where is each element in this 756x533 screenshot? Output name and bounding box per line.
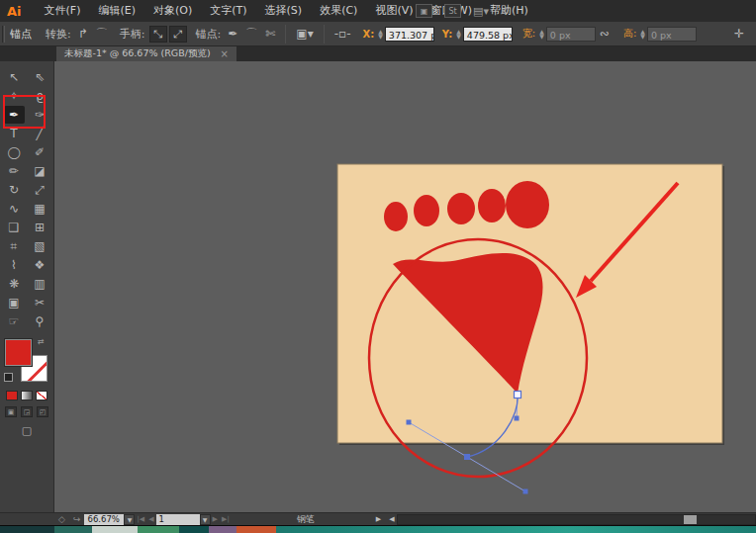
- pencil-tool[interactable]: ✏: [4, 162, 25, 180]
- gradient-mode-button[interactable]: [21, 391, 33, 400]
- horizontal-scrollbar-thumb[interactable]: [684, 515, 697, 524]
- menu-object[interactable]: 对象(O): [144, 0, 201, 22]
- menu-file[interactable]: 文件(F): [36, 0, 90, 22]
- symbol-sprayer-tool[interactable]: ❋: [4, 275, 25, 293]
- type-tool[interactable]: T: [4, 125, 25, 142]
- fill-swatch[interactable]: [5, 339, 32, 366]
- lasso-tool[interactable]: ϱ: [30, 87, 50, 105]
- paintbrush-tool[interactable]: ✐: [30, 143, 50, 161]
- transform-icon[interactable]: ✛: [730, 26, 748, 42]
- align-connector-icon[interactable]: -▫-: [331, 26, 355, 42]
- status-left-icon-1[interactable]: ◇: [58, 514, 65, 524]
- toe-shape-1[interactable]: [384, 202, 408, 231]
- pen-tool[interactable]: ✒: [4, 106, 25, 124]
- y-input[interactable]: 479.58 px: [463, 27, 513, 42]
- artboard-dropdown-icon[interactable]: ▼: [200, 514, 211, 525]
- status-left-icon-2[interactable]: ↪: [73, 514, 81, 524]
- panel-grip[interactable]: [2, 26, 5, 43]
- menu-view[interactable]: 视图(V): [366, 0, 422, 22]
- scale-tool[interactable]: ⤢: [30, 181, 50, 199]
- x-input[interactable]: 371.307 p: [385, 27, 434, 42]
- close-tab-icon[interactable]: ×: [221, 48, 229, 59]
- bezier-anchor-point[interactable]: [464, 454, 470, 460]
- cut-path-icon[interactable]: ✄: [261, 26, 279, 42]
- shape-builder-tool[interactable]: ❑: [4, 219, 25, 236]
- bezier-handle-point[interactable]: [523, 489, 528, 494]
- width-input[interactable]: 0 px: [546, 27, 596, 42]
- taskbar-app-fragment[interactable]: [0, 526, 54, 533]
- color-mode-button[interactable]: [6, 391, 18, 400]
- ellipse-tool[interactable]: ◯: [4, 143, 25, 161]
- horizontal-scrollbar[interactable]: [397, 514, 756, 525]
- width-stepper[interactable]: ▲▼: [539, 29, 544, 39]
- first-artboard-icon[interactable]: |◀: [137, 515, 144, 523]
- link-dimensions-icon[interactable]: ∾: [596, 26, 614, 42]
- height-input[interactable]: 0 px: [647, 27, 697, 42]
- hand-tool[interactable]: ☞: [4, 312, 25, 330]
- draw-normal-button[interactable]: ▣: [5, 406, 17, 417]
- x-stepper[interactable]: ▲▼: [378, 29, 383, 39]
- draw-behind-button[interactable]: ◲: [21, 406, 33, 417]
- magic-wand-tool[interactable]: ✧: [4, 87, 25, 105]
- toe-shape-4[interactable]: [478, 189, 506, 222]
- taskbar-app-fragment[interactable]: [92, 526, 138, 533]
- perspective-grid-tool[interactable]: ⊞: [30, 219, 50, 236]
- toe-shape-3[interactable]: [447, 193, 475, 224]
- bezier-handle-point[interactable]: [407, 420, 412, 425]
- connect-path-icon[interactable]: ⌒: [241, 25, 261, 44]
- blend-tool[interactable]: ❖: [30, 256, 50, 274]
- none-mode-button[interactable]: [36, 391, 47, 400]
- convert-corner-icon[interactable]: ↱: [74, 26, 92, 42]
- y-stepper[interactable]: ▲▼: [456, 29, 461, 39]
- delete-anchor-icon[interactable]: ✒: [224, 26, 241, 42]
- document-tab[interactable]: 未标题-1* @ 66.67% (RGB/预览) ×: [56, 46, 236, 61]
- gradient-tool[interactable]: ▧: [30, 237, 50, 255]
- handles-hide-icon[interactable]: ⤢: [169, 26, 187, 43]
- curvature-tool[interactable]: ✑: [30, 106, 50, 124]
- rotate-tool[interactable]: ↻: [4, 181, 25, 199]
- taskbar-app-fragment[interactable]: [179, 526, 209, 533]
- artboard-tool[interactable]: ▣: [4, 294, 25, 311]
- menu-effect[interactable]: 效果(C): [311, 0, 366, 22]
- status-expand-icon[interactable]: ▶: [376, 515, 381, 523]
- eyedropper-tool[interactable]: ⌇: [4, 256, 25, 274]
- bezier-handle-point[interactable]: [515, 416, 520, 421]
- taskbar-app-fragment[interactable]: [138, 526, 179, 533]
- bezier-active-anchor[interactable]: [515, 392, 521, 399]
- scroll-left-icon[interactable]: ◀: [389, 515, 394, 523]
- menu-select[interactable]: 选择(S): [256, 0, 312, 22]
- stock-icon[interactable]: St: [444, 4, 461, 18]
- prev-artboard-icon[interactable]: ◀: [148, 515, 153, 523]
- line-tool[interactable]: ╱: [30, 125, 50, 142]
- zoom-tool[interactable]: ⚲: [30, 312, 50, 330]
- screen-mode-button[interactable]: ▢: [0, 424, 53, 437]
- taskbar-app-fragment[interactable]: [209, 526, 236, 533]
- free-transform-tool[interactable]: ▦: [30, 200, 50, 218]
- isolate-dropdown-icon[interactable]: ▣▾: [292, 26, 317, 42]
- toe-shape-2[interactable]: [414, 195, 439, 226]
- slice-tool[interactable]: ✂: [30, 294, 50, 311]
- handles-show-icon[interactable]: ⤡: [149, 26, 167, 43]
- taskbar-app-fragment[interactable]: [236, 526, 276, 533]
- menu-edit[interactable]: 编辑(E): [89, 0, 144, 22]
- taskbar-app-fragment[interactable]: [54, 526, 92, 533]
- bridge-icon[interactable]: ▣: [416, 4, 432, 18]
- width-tool[interactable]: ∿: [4, 200, 25, 218]
- sync-icon[interactable]: ✍: [501, 5, 510, 18]
- windows-taskbar[interactable]: [0, 525, 756, 533]
- mesh-tool[interactable]: ⌗: [4, 237, 25, 255]
- last-artboard-icon[interactable]: ▶|: [222, 515, 230, 523]
- workspace-switcher-icon[interactable]: ▤▾: [473, 5, 489, 18]
- convert-smooth-icon[interactable]: ⌒: [92, 25, 112, 44]
- draw-inside-button[interactable]: ◰: [37, 406, 48, 417]
- artboard-number-field[interactable]: 1: [156, 514, 200, 525]
- default-colors-icon[interactable]: [4, 373, 13, 382]
- menu-type[interactable]: 文字(T): [201, 0, 255, 22]
- selection-tool[interactable]: ↖: [4, 68, 25, 86]
- graph-tool[interactable]: ▥: [30, 275, 50, 293]
- canvas-area[interactable]: [54, 61, 756, 512]
- swap-colors-icon[interactable]: ⇄: [38, 337, 45, 346]
- big-toe-shape[interactable]: [506, 181, 549, 228]
- direct-selection-tool[interactable]: ⇖: [30, 68, 50, 86]
- next-artboard-icon[interactable]: ▶: [213, 515, 218, 523]
